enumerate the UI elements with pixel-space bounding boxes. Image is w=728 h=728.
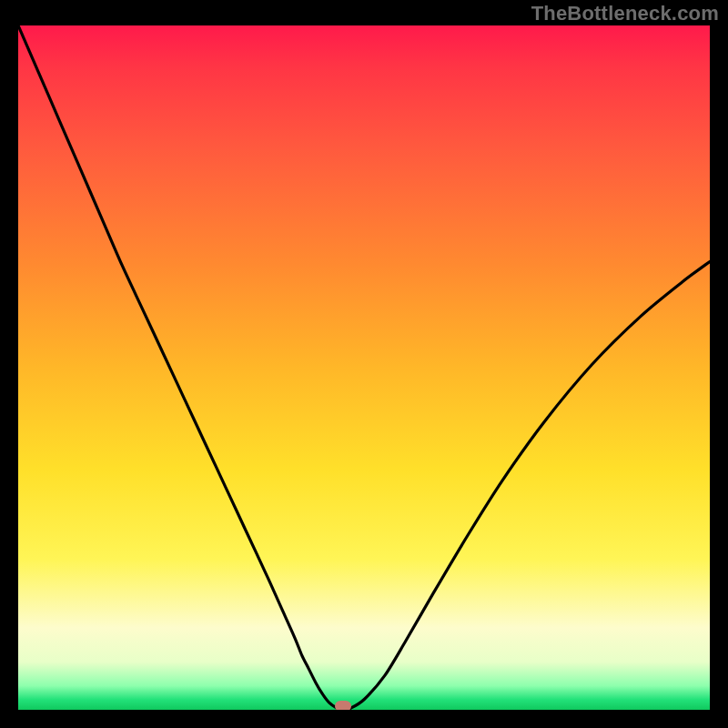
chart-frame: TheBottleneck.com — [0, 0, 728, 728]
watermark-text: TheBottleneck.com — [531, 2, 719, 25]
plot-area — [18, 25, 710, 710]
curve-path — [18, 25, 710, 710]
optimal-point-marker — [335, 701, 351, 710]
bottleneck-curve — [18, 25, 710, 710]
